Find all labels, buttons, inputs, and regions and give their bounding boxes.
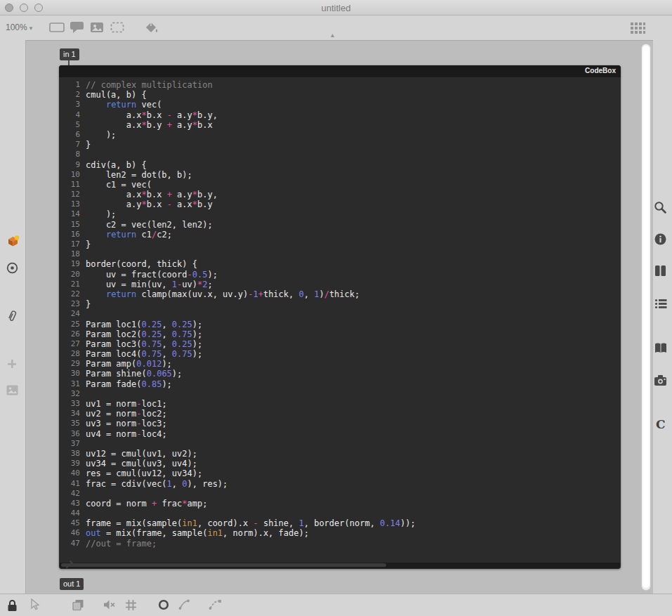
codebox-header[interactable]: CodeBox <box>59 65 621 77</box>
outlet-object[interactable]: out 1 <box>60 578 84 590</box>
cursor-arrow-icon[interactable] <box>29 598 41 611</box>
search-icon[interactable] <box>654 201 667 214</box>
paperclip-icon[interactable] <box>6 310 18 323</box>
line-number: 24 <box>59 309 80 319</box>
target-circle-icon[interactable] <box>6 262 18 274</box>
code-line[interactable]: 3 return vec( <box>59 100 621 110</box>
object-cube-icon[interactable] <box>6 235 20 248</box>
code-line[interactable]: 47//out = frame; <box>59 539 621 549</box>
code-line[interactable]: 33uv1 = norm-loc1; <box>59 399 621 409</box>
code-line[interactable]: 34uv2 = norm-loc2; <box>59 409 621 419</box>
line-number: 25 <box>59 320 80 329</box>
code-line[interactable]: 15 c2 = vec(len2, len2); <box>59 220 621 230</box>
add-plus-icon[interactable] <box>6 358 18 369</box>
code-line[interactable]: 9cdiv(a, b) { <box>59 160 621 170</box>
code-lines[interactable]: 1// complex multiplication2cmul(a, b) {3… <box>59 77 621 561</box>
code-line[interactable]: 6 ); <box>59 130 621 140</box>
toolbar-collapse-icon[interactable]: ▴ <box>331 31 334 39</box>
code-line[interactable]: 13 a.y*b.x - a.x*b.y <box>59 199 621 209</box>
duplicate-objects-icon[interactable] <box>72 599 84 611</box>
line-number: 22 <box>59 289 80 299</box>
code-line[interactable]: 17} <box>59 240 621 249</box>
line-number: 1 <box>59 80 80 90</box>
code-line[interactable]: 7} <box>59 140 621 150</box>
code-line[interactable]: 21 uv = min(uv, 1-uv)*2; <box>59 280 621 289</box>
zoom-dropdown[interactable]: 100%▾ <box>6 22 32 32</box>
scrollbar-thumb[interactable] <box>643 46 650 588</box>
code-line[interactable]: 45frame = mix(sample(in1, coord).x - shi… <box>59 518 621 528</box>
code-line[interactable]: 32 <box>59 389 621 399</box>
codebox-object[interactable]: CodeBox 1// complex multiplication2cmul(… <box>59 65 621 569</box>
picture-icon[interactable] <box>90 22 104 33</box>
outlet-plug-icon[interactable] <box>65 559 74 569</box>
code-line[interactable]: 22 return clamp(max(uv.x, uv.y)-1+thick,… <box>59 289 621 299</box>
image-placeholder-icon[interactable] <box>6 385 18 395</box>
code-line[interactable]: 30Param shine(0.065); <box>59 369 621 379</box>
code-line[interactable]: 5 a.x*b.y + a.y*b.x <box>59 120 621 130</box>
grid-icon[interactable] <box>125 599 137 611</box>
patch-cord-icon[interactable] <box>178 598 190 610</box>
code-line[interactable]: 24 <box>59 309 621 319</box>
code-line[interactable]: 18 <box>59 249 621 259</box>
sidebar-columns-icon[interactable] <box>654 265 666 277</box>
canvas-vertical-scrollbar[interactable] <box>641 44 651 591</box>
inlet-object[interactable]: in 1 <box>60 48 79 60</box>
code-line[interactable]: 8 <box>59 150 621 159</box>
code-text: Param loc4(0.75, 0.75); <box>86 349 202 359</box>
code-line[interactable]: 39uv34 = cmul(uv3, uv4); <box>59 459 621 468</box>
code-line[interactable]: 20 uv = fract(coord-0.5); <box>59 270 621 280</box>
code-line[interactable]: 25Param loc1(0.25, 0.25); <box>59 320 621 329</box>
list-icon[interactable] <box>654 298 667 310</box>
titlebar[interactable]: untitled <box>0 0 672 15</box>
book-icon[interactable] <box>654 342 667 354</box>
circle-ring-icon[interactable] <box>158 599 169 610</box>
c74-logo-icon[interactable]: C <box>656 417 666 431</box>
paint-bucket-icon[interactable] <box>143 20 159 34</box>
line-number: 6 <box>59 130 80 140</box>
code-line[interactable]: 36uv4 = norm-loc4; <box>59 429 621 439</box>
code-line[interactable]: 44 <box>59 509 621 518</box>
code-text: //out = frame; <box>86 539 157 549</box>
lock-icon[interactable] <box>7 599 18 612</box>
code-line[interactable]: 11 c1 = vec( <box>59 180 621 190</box>
code-line[interactable]: 1// complex multiplication <box>59 80 621 90</box>
line-number: 32 <box>59 389 80 399</box>
code-line[interactable]: 46out = mix(frame, sample(in1, norm).x, … <box>59 528 621 538</box>
code-line[interactable]: 43coord = norm + frac*amp; <box>59 499 621 509</box>
signal-cord-icon[interactable] <box>209 598 222 610</box>
code-line[interactable]: 29Param amp(0.012); <box>59 359 621 369</box>
code-line[interactable]: 4 a.x*b.x - a.y*b.y, <box>59 110 621 120</box>
codebox-hscroll-thumb[interactable] <box>61 563 386 567</box>
code-line[interactable]: 35uv3 = norm-loc3; <box>59 419 621 428</box>
code-line[interactable]: 19border(coord, thick) { <box>59 259 621 269</box>
code-line[interactable]: 28Param loc4(0.75, 0.75); <box>59 349 621 359</box>
code-line[interactable]: 12 a.x*b.x + a.y*b.y, <box>59 190 621 199</box>
code-line[interactable]: 27Param loc3(0.75, 0.25); <box>59 339 621 349</box>
code-line[interactable]: 14 ); <box>59 209 621 219</box>
code-text: Param shine(0.065); <box>86 369 182 379</box>
code-text: coord = norm + frac*amp; <box>86 499 207 509</box>
code-text: uv = fract(coord-0.5); <box>86 270 218 280</box>
codebox-hscrollbar[interactable] <box>60 563 620 568</box>
code-line[interactable]: 10 len2 = dot(b, b); <box>59 170 621 180</box>
object-palette-grid-icon[interactable] <box>630 21 645 35</box>
comment-bubble-icon[interactable] <box>70 21 85 34</box>
patcher-canvas[interactable]: in 1 CodeBox 1// complex multiplication2… <box>25 40 653 594</box>
info-icon[interactable] <box>654 233 666 245</box>
new-object-icon[interactable] <box>49 22 65 33</box>
chevron-down-icon: ▾ <box>29 25 33 32</box>
code-line[interactable]: 16 return c1/c2; <box>59 230 621 240</box>
inlet-patch-cord[interactable] <box>68 60 70 65</box>
code-line[interactable]: 2cmul(a, b) { <box>59 90 621 100</box>
code-line[interactable]: 23} <box>59 299 621 309</box>
code-line[interactable]: 37 <box>59 439 621 449</box>
code-line[interactable]: 40res = cmul(uv12, uv34); <box>59 468 621 478</box>
code-line[interactable]: 31Param fade(0.85); <box>59 379 621 389</box>
presentation-rect-icon[interactable] <box>110 22 124 33</box>
code-line[interactable]: 42 <box>59 489 621 499</box>
code-line[interactable]: 38uv12 = cmul(uv1, uv2); <box>59 449 621 459</box>
camera-icon[interactable] <box>654 374 667 386</box>
code-line[interactable]: 26Param loc2(0.25, 0.75); <box>59 329 621 339</box>
code-line[interactable]: 41frac = cdiv(vec(1, 0), res); <box>59 479 621 489</box>
mute-speaker-icon[interactable] <box>103 599 116 610</box>
